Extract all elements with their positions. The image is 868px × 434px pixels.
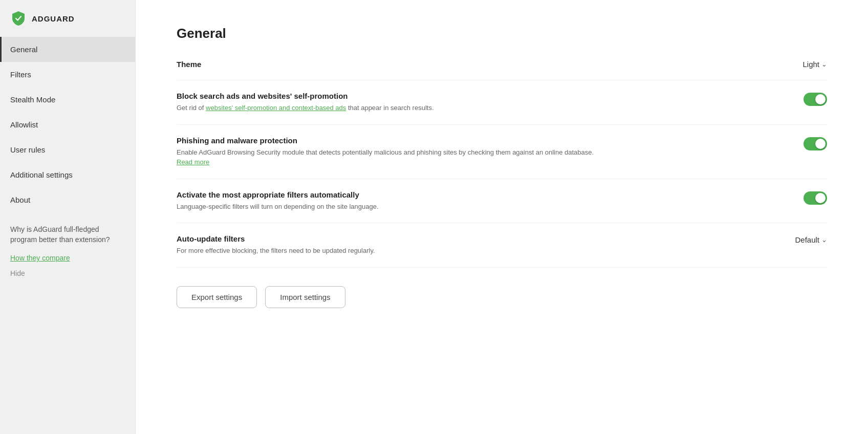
how-they-compare-link[interactable]: How they compare — [0, 251, 135, 265]
phishing-protection-toggle[interactable] — [804, 137, 827, 150]
auto-update-desc: For more effective blocking, the filters… — [177, 246, 774, 256]
auto-update-info: Auto-update filters For more effective b… — [177, 234, 795, 256]
page-title: General — [177, 26, 827, 41]
sidebar-item-allowlist[interactable]: Allowlist — [0, 112, 135, 137]
block-search-ads-title: Block search ads and websites' self-prom… — [177, 92, 783, 100]
auto-update-control: Default ⌄ — [795, 235, 827, 244]
phishing-protection-info: Phishing and malware protection Enable A… — [177, 136, 804, 167]
phishing-protection-row: Phishing and malware protection Enable A… — [177, 125, 827, 179]
block-search-ads-desc-after: that appear in search results. — [346, 104, 433, 112]
sidebar-item-stealth-mode[interactable]: Stealth Mode — [0, 87, 135, 112]
sidebar-promo-text: Why is AdGuard full-fledged program bett… — [0, 219, 135, 251]
chevron-down-icon: ⌄ — [821, 60, 827, 68]
auto-filters-info: Activate the most appropriate filters au… — [177, 190, 804, 212]
auto-update-title: Auto-update filters — [177, 234, 774, 243]
read-more-link[interactable]: Read more — [177, 158, 209, 166]
theme-value: Light — [802, 60, 819, 69]
action-buttons: Export settings Import settings — [177, 286, 827, 308]
block-search-ads-desc-before: Get rid of — [177, 104, 206, 112]
sidebar-item-general[interactable]: General — [0, 37, 135, 62]
chevron-down-icon: ⌄ — [821, 236, 827, 244]
auto-update-row: Auto-update filters For more effective b… — [177, 223, 827, 268]
block-search-ads-row: Block search ads and websites' self-prom… — [177, 80, 827, 125]
self-promotion-link[interactable]: websites' self-promotion and context-bas… — [206, 104, 346, 112]
sidebar-item-filters[interactable]: Filters — [0, 62, 135, 87]
auto-filters-title: Activate the most appropriate filters au… — [177, 190, 783, 199]
auto-update-value: Default — [795, 235, 819, 244]
theme-label: Theme — [177, 60, 201, 69]
theme-setting-row: Theme Light ⌄ — [177, 60, 827, 80]
toggle-thumb — [815, 193, 826, 203]
sidebar-item-user-rules[interactable]: User rules — [0, 137, 135, 162]
auto-filters-control — [804, 191, 827, 205]
block-search-ads-info: Block search ads and websites' self-prom… — [177, 92, 804, 113]
block-search-ads-desc: Get rid of websites' self-promotion and … — [177, 103, 783, 113]
logo-area: ADGUARD — [0, 0, 135, 37]
block-search-ads-control — [804, 93, 827, 106]
hide-button[interactable]: Hide — [0, 265, 135, 281]
auto-filters-toggle[interactable] — [804, 191, 827, 205]
auto-update-dropdown[interactable]: Default ⌄ — [795, 235, 827, 244]
sidebar-nav: General Filters Stealth Mode Allowlist U… — [0, 37, 135, 212]
sidebar-item-additional-settings[interactable]: Additional settings — [0, 162, 135, 187]
export-settings-button[interactable]: Export settings — [177, 286, 257, 308]
main-content: General Theme Light ⌄ Block search ads a… — [136, 0, 868, 434]
adguard-logo-icon — [10, 10, 27, 27]
sidebar: ADGUARD General Filters Stealth Mode All… — [0, 0, 136, 434]
logo-text: ADGUARD — [32, 14, 75, 23]
block-search-ads-toggle[interactable] — [804, 93, 827, 106]
phishing-protection-desc: Enable AdGuard Browsing Security module … — [177, 147, 783, 167]
toggle-thumb — [815, 94, 826, 104]
theme-dropdown[interactable]: Light ⌄ — [802, 60, 827, 69]
auto-filters-row: Activate the most appropriate filters au… — [177, 179, 827, 224]
phishing-protection-control — [804, 137, 827, 150]
import-settings-button[interactable]: Import settings — [265, 286, 345, 308]
auto-filters-desc: Language-specific filters will turn on d… — [177, 202, 783, 212]
phishing-protection-title: Phishing and malware protection — [177, 136, 783, 145]
sidebar-item-about[interactable]: About — [0, 187, 135, 212]
toggle-thumb — [815, 139, 826, 149]
